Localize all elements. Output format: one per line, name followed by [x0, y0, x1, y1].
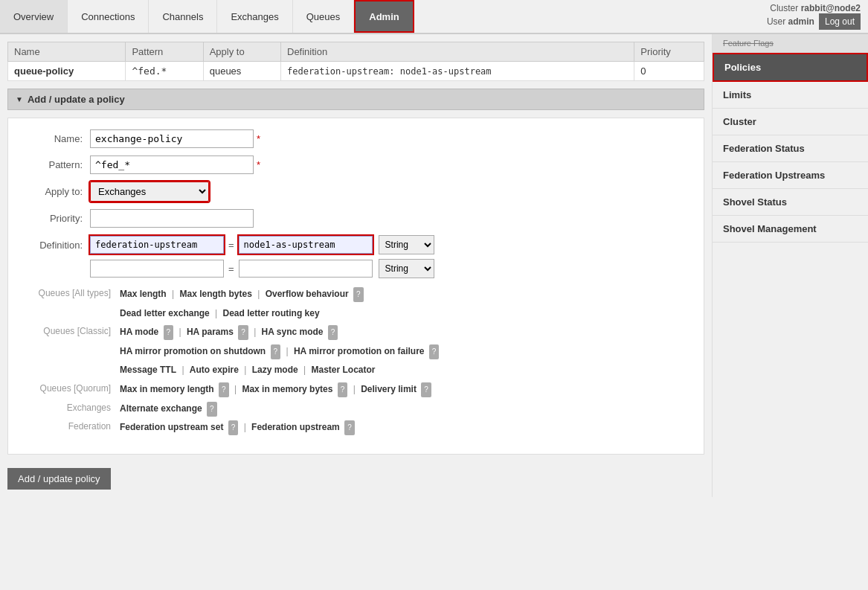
tab-connections[interactable]: Connections: [68, 0, 149, 33]
pattern-row: Pattern: *: [23, 155, 689, 174]
table-row: queue-policy ^fed.* queues federation-up…: [8, 62, 704, 81]
top-header: Overview Connections Channels Exchanges …: [0, 0, 868, 34]
ha-mirror-shutdown-help[interactable]: ?: [271, 344, 281, 359]
def-type-select-1[interactable]: String Number Boolean List: [379, 235, 434, 254]
hint-overflow-behaviour[interactable]: Overflow behaviour: [266, 289, 349, 299]
hint-federation-upstream[interactable]: Federation upstream: [251, 422, 340, 432]
ha-mirror-failure-help[interactable]: ?: [429, 344, 440, 359]
queues-classic-label: Queues [Classic]: [23, 324, 120, 336]
exchanges-links: Alternate exchange ?: [120, 401, 217, 417]
submit-button[interactable]: Add / update policy: [7, 468, 111, 490]
delivery-limit-help[interactable]: ?: [421, 382, 431, 397]
federation-upstream-set-help[interactable]: ?: [228, 420, 239, 435]
def-type-select-2[interactable]: String Number Boolean List: [379, 259, 434, 278]
apply-to-select[interactable]: Exchanges Queues All: [90, 182, 209, 202]
tab-overview[interactable]: Overview: [0, 0, 68, 33]
hint-max-length-bytes[interactable]: Max length bytes: [179, 289, 251, 299]
hint-lazy-mode[interactable]: Lazy mode: [252, 365, 298, 375]
sidebar-item-federation-upstreams[interactable]: Federation Upstreams: [713, 162, 868, 189]
hint-master-locator[interactable]: Master Locator: [312, 365, 376, 375]
federation-upstream-help[interactable]: ?: [344, 420, 355, 435]
sidebar-item-shovel-status[interactable]: Shovel Status: [713, 189, 868, 216]
section-header[interactable]: ▼ Add / update a policy: [7, 89, 704, 110]
def-val-label: node1-as-upstream: [400, 66, 492, 77]
row-pattern: ^fed.*: [126, 62, 203, 81]
hint-ha-mode[interactable]: HA mode: [120, 327, 158, 337]
federation-row: Federation Federation upstream set ? | F…: [23, 420, 689, 436]
feature-flags-title: Feature Flags: [713, 34, 868, 53]
hint-max-length[interactable]: Max length: [120, 289, 167, 299]
hint-max-memory-length[interactable]: Max in memory length: [120, 384, 214, 394]
name-required: *: [257, 133, 260, 144]
definition-row1: Definition: = String Number Boolean List: [23, 235, 689, 254]
section-title: Add / update a policy: [28, 94, 125, 105]
hint-ha-sync-mode[interactable]: HA sync mode: [262, 327, 324, 337]
def-key-input-2[interactable]: [90, 260, 224, 278]
queues-all-links-2: Dead letter exchange | Dead letter routi…: [120, 306, 320, 322]
policy-table: Name Pattern Apply to Definition Priorit…: [7, 42, 704, 81]
queues-classic-links-1: HA mode ? | HA params ? | HA sync mode ?: [120, 324, 338, 341]
queues-all-label: Queues [All types]: [23, 286, 120, 298]
hint-alternate-exchange[interactable]: Alternate exchange: [120, 403, 202, 414]
max-memory-bytes-help[interactable]: ?: [338, 382, 348, 397]
tab-channels[interactable]: Channels: [149, 0, 217, 33]
ha-mode-help[interactable]: ?: [164, 325, 174, 340]
hint-ha-params[interactable]: HA params: [187, 327, 234, 337]
queues-classic-row1: Queues [Classic] HA mode ? | HA params ?…: [23, 324, 689, 341]
row-name: queue-policy: [8, 62, 126, 81]
exchanges-label: Exchanges: [23, 401, 120, 413]
max-memory-length-help[interactable]: ?: [219, 382, 229, 397]
tab-queues[interactable]: Queues: [293, 0, 355, 33]
def-equals-2: =: [224, 263, 239, 275]
pattern-input[interactable]: [90, 155, 254, 174]
queues-quorum-label: Queues [Quorum]: [23, 382, 120, 394]
user-info: User admin: [767, 16, 814, 27]
hint-auto-expire[interactable]: Auto expire: [190, 365, 239, 375]
cluster-info: Cluster rabbit@node2: [770, 3, 861, 13]
def-key-input[interactable]: [90, 236, 224, 254]
logout-button[interactable]: Log out: [819, 13, 861, 30]
hint-message-ttl[interactable]: Message TTL: [120, 365, 176, 375]
row-apply-to: queues: [203, 62, 280, 81]
pattern-required: *: [257, 159, 260, 170]
hint-max-memory-bytes[interactable]: Max in memory bytes: [242, 384, 332, 394]
apply-to-label: Apply to:: [23, 186, 90, 197]
def-val-input-2[interactable]: [239, 260, 373, 278]
name-input[interactable]: [90, 129, 254, 148]
sidebar-item-cluster[interactable]: Cluster: [713, 109, 868, 135]
alternate-exchange-help[interactable]: ?: [207, 402, 217, 417]
def-equals: =: [224, 240, 239, 251]
queues-quorum-links: Max in memory length ? | Max in memory b…: [120, 382, 431, 398]
sidebar-item-policies[interactable]: Policies: [713, 53, 868, 82]
hint-dead-letter-exchange[interactable]: Dead letter exchange: [120, 308, 210, 318]
queues-all-links-1: Max length | Max length bytes | Overflow…: [120, 286, 364, 303]
name-row: Name: *: [23, 129, 689, 148]
hint-ha-mirror-shutdown[interactable]: HA mirror promotion on shutdown: [120, 346, 266, 356]
hint-delivery-limit[interactable]: Delivery limit: [361, 384, 417, 394]
hint-federation-upstream-set[interactable]: Federation upstream set: [120, 422, 223, 432]
tab-exchanges[interactable]: Exchanges: [217, 0, 292, 33]
definition-row2: = String Number Boolean List: [90, 259, 689, 278]
priority-label: Priority:: [23, 213, 90, 224]
queues-quorum-row1: Queues [Quorum] Max in memory length ? |…: [23, 382, 689, 398]
sidebar-item-shovel-management[interactable]: Shovel Management: [713, 216, 868, 243]
queues-classic-row3: Message TTL | Auto expire | Lazy mode | …: [23, 362, 689, 379]
priority-input[interactable]: [90, 209, 254, 228]
col-pattern: Pattern: [126, 42, 203, 62]
pattern-label: Pattern:: [23, 159, 90, 170]
hints-area: Queues [All types] Max length | Max leng…: [23, 283, 689, 443]
sidebar: Feature Flags Policies Limits Cluster Fe…: [712, 34, 868, 497]
queues-classic-label-2: [23, 344, 120, 345]
federation-label: Federation: [23, 420, 120, 432]
row-definition: federation-upstream: node1-as-upstream: [281, 62, 634, 81]
ha-sync-help[interactable]: ?: [328, 325, 338, 340]
form-area: Name: * Pattern: * Apply to: Exchanges Q…: [7, 118, 704, 455]
hint-ha-mirror-failure[interactable]: HA mirror promotion on failure: [294, 346, 425, 356]
hint-dead-letter-routing[interactable]: Dead letter routing key: [223, 308, 320, 318]
tab-admin[interactable]: Admin: [354, 0, 414, 33]
def-val-input[interactable]: [239, 236, 373, 254]
overflow-help-icon[interactable]: ?: [353, 287, 364, 302]
sidebar-item-federation-status[interactable]: Federation Status: [713, 135, 868, 162]
ha-params-help[interactable]: ?: [238, 325, 248, 340]
sidebar-item-limits[interactable]: Limits: [713, 82, 868, 109]
